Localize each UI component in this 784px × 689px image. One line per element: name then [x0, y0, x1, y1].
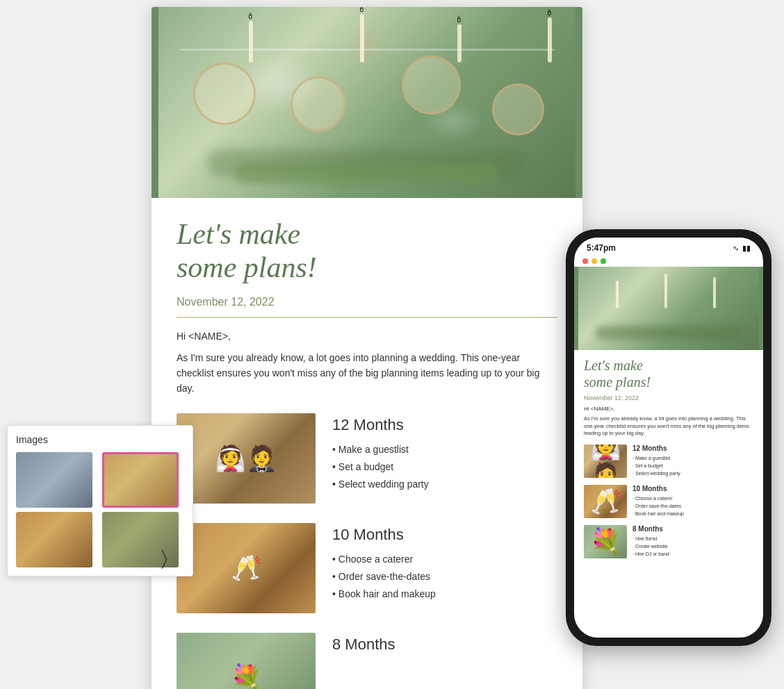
checklist-item: Book hair and makeup: [332, 586, 557, 603]
checklist-items-12months: Make a guestlist Set a budget Select wed…: [332, 441, 557, 494]
phone-time: 5:47pm: [587, 243, 616, 253]
checklist-item: Make a guestlist: [332, 441, 557, 458]
image-thumbnail-1[interactable]: [16, 452, 92, 508]
phone-candle: [664, 274, 667, 308]
checklist-month-label: 10 Months: [332, 526, 557, 544]
checklist-image-8months: [177, 633, 316, 689]
plate-decoration: [291, 76, 346, 132]
images-panel: Images 〉: [7, 425, 193, 576]
image-thumbnail-2[interactable]: [102, 452, 179, 508]
phone-checklist-item: Make a guestlist: [632, 454, 753, 462]
phone-hero-bar-right: [759, 267, 763, 350]
email-greeting: Hi <NAME>,: [177, 331, 557, 342]
plate-decoration: [492, 83, 544, 135]
phone-checklist-item: Choose a caterer: [632, 495, 753, 502]
phone-content: Let's makesome plans! November 12, 2022 …: [574, 267, 763, 625]
images-grid: [16, 452, 184, 567]
phone-browser-bar: [574, 256, 763, 267]
candle-decoration: [249, 21, 253, 63]
phone-checklist-content-10months: 10 Months Choose a caterer Order save-th…: [632, 485, 753, 518]
checklist-image-12months: [177, 413, 316, 504]
checklist-row-12months: 12 Months Make a guestlist Set a budget …: [177, 413, 557, 504]
phone-checklist-items: Make a guestlist Set a budget Select wed…: [632, 454, 753, 478]
phone-email-intro: As I'm sure you already know, a lot goes…: [584, 415, 753, 438]
checklist-item: Choose a caterer: [332, 551, 557, 568]
phone-checklist-month: 10 Months: [632, 485, 753, 492]
phone-checklist-row-8months: 8 Months Hire florist Create website Hir…: [584, 525, 753, 558]
phone-frame: 5:47pm ∿ ▮▮: [566, 229, 771, 646]
phone-checklist-img-12months: [584, 445, 627, 478]
phone-email-date: November 12, 2022: [584, 395, 753, 401]
candle-decoration: [360, 14, 364, 63]
images-panel-title: Images: [16, 434, 184, 445]
browser-dot-red: [582, 258, 588, 264]
thumbnail-bg-1: [16, 452, 92, 508]
email-preview: Let's makesome plans! November 12, 2022 …: [152, 7, 582, 689]
checklist-content-8months: 8 Months: [332, 633, 557, 661]
phone-glasses-image: [584, 485, 627, 518]
candle-decoration: [457, 24, 462, 63]
phone-body: Let's makesome plans! November 12, 2022 …: [574, 350, 763, 572]
plate-decoration: [402, 56, 461, 115]
checklist-item: Order save-the-dates: [332, 568, 557, 586]
plate-decoration: [193, 63, 256, 125]
phone-checklist-month: 12 Months: [632, 445, 753, 452]
phone-status-icons: ∿ ▮▮: [733, 244, 751, 253]
phone-checklist-img-8months: [584, 525, 627, 558]
phone-checklist-item: Hire DJ or band: [632, 550, 753, 558]
checklist-item: Select wedding party: [332, 476, 557, 493]
hero-table-decoration: [152, 7, 582, 198]
email-title: Let's makesome plans!: [177, 217, 557, 285]
cursor-icon: 〉: [161, 547, 168, 570]
phone-candle: [616, 281, 619, 308]
browser-dot-yellow: [591, 258, 597, 264]
checklist-row-10months: 10 Months Choose a caterer Order save-th…: [177, 523, 557, 613]
phone-screen: 5:47pm ∿ ▮▮: [574, 238, 763, 638]
phone-couple-image: [584, 445, 627, 478]
image-thumbnail-3[interactable]: [16, 512, 92, 567]
phone-checklist-item: Select wedding party: [632, 470, 753, 477]
checklist-items-10months: Choose a caterer Order save-the-dates Bo…: [332, 551, 557, 604]
phone-checklist-row-10months: 10 Months Choose a caterer Order save-th…: [584, 485, 753, 518]
floral-image: [177, 633, 316, 689]
candle-decoration: [548, 17, 552, 63]
phone-checklist-row-12months: 12 Months Make a guestlist Set a budget …: [584, 445, 753, 478]
email-body: Let's makesome plans! November 12, 2022 …: [152, 198, 582, 689]
phone-floral-image: [584, 525, 627, 558]
browser-dot-green: [601, 258, 606, 264]
phone-checklist-items: Choose a caterer Order save-the-dates Bo…: [632, 495, 753, 518]
greenery-decoration: [235, 163, 499, 184]
checklist-month-label: 12 Months: [332, 416, 557, 434]
phone-candle: [713, 277, 716, 308]
phone-checklist-img-10months: [584, 485, 627, 518]
couple-image: [177, 413, 316, 504]
phone-checklist-item: Hire florist: [632, 535, 753, 542]
phone-checklist-item: Order save-the-dates: [632, 502, 753, 510]
phone-checklist-month: 8 Months: [632, 525, 753, 533]
glasses-image: [177, 523, 316, 613]
phone-checklist-item: Create website: [632, 542, 753, 550]
email-intro: As I'm sure you already know, a lot goes…: [177, 350, 557, 397]
email-hero-image: [152, 7, 582, 198]
phone-checklist-item: Book hair and makeup: [632, 510, 753, 517]
checklist-row-8months: 8 Months: [177, 633, 557, 689]
phone-hero-image: [574, 267, 763, 350]
checklist-item: Set a budget: [332, 458, 557, 476]
checklist-image-10months: [177, 523, 316, 613]
checklist-content-12months: 12 Months Make a guestlist Set a budget …: [332, 413, 557, 494]
checklist-content-10months: 10 Months Choose a caterer Order save-th…: [332, 523, 557, 604]
phone-checklist-items: Hire florist Create website Hire DJ or b…: [632, 535, 753, 558]
checklist-month-label: 8 Months: [332, 636, 557, 654]
phone-status-bar: 5:47pm ∿ ▮▮: [574, 238, 763, 256]
phone-email-greeting: Hi <NAME>,: [584, 406, 753, 412]
phone-email-title: Let's makesome plans!: [584, 357, 753, 390]
thumbnail-bg-2: [104, 454, 177, 506]
phone-greenery-decoration: [595, 326, 742, 340]
battery-icon: ▮▮: [742, 244, 751, 253]
phone-checklist-item: Set a budget: [632, 462, 753, 470]
phone-hero-bar-left: [574, 267, 578, 350]
phone-checklist-content-8months: 8 Months Hire florist Create website Hir…: [632, 525, 753, 558]
thumbnail-bg-3: [16, 512, 92, 567]
email-date: November 12, 2022: [177, 296, 557, 318]
phone-checklist-content-12months: 12 Months Make a guestlist Set a budget …: [632, 445, 753, 478]
